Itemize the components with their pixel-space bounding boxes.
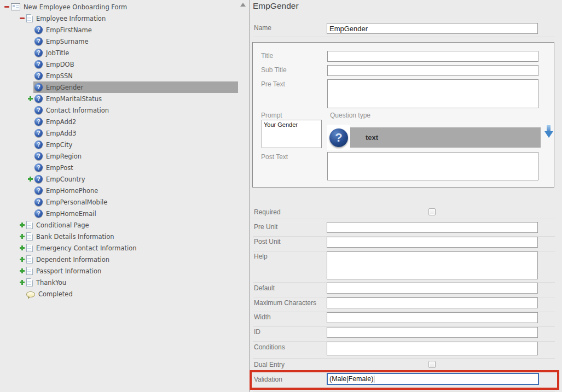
tree-item-content[interactable]: ThankYou xyxy=(25,277,238,288)
tree-item-content[interactable]: ?EmpCountry xyxy=(33,173,238,185)
page-title: EmpGender xyxy=(253,1,299,11)
tree-item-empsurname[interactable]: ?EmpSurname xyxy=(0,36,238,47)
default-label: Default xyxy=(254,284,275,292)
tree-item-passport-information[interactable]: Passport Information xyxy=(0,265,238,277)
tree-item-content[interactable]: Bank Details Information xyxy=(25,231,238,242)
conditions-input[interactable] xyxy=(327,342,538,355)
tree-item-emphomeemail[interactable]: ?EmpHomeEmail xyxy=(0,208,238,219)
tree-item-empgender[interactable]: ?EmpGender xyxy=(0,81,238,93)
tree-item-label: EmpCity xyxy=(46,141,72,149)
tree-item-content[interactable]: ?EmpPost xyxy=(33,162,238,173)
tree-item-content[interactable]: ?EmpSSN xyxy=(33,70,238,81)
tree-item-content[interactable]: ?EmpCity xyxy=(33,139,238,150)
tree-item-content[interactable]: ?EmpMaritalStatus xyxy=(33,93,238,104)
tree-item-thankyou[interactable]: ThankYou xyxy=(0,277,238,288)
prompt-input[interactable]: Your Gender xyxy=(262,120,322,148)
question-type-value-bar[interactable]: text xyxy=(350,127,541,148)
sub-title-input[interactable] xyxy=(327,65,538,76)
required-checkbox[interactable] xyxy=(428,208,436,215)
collapse-minus-icon[interactable] xyxy=(4,4,10,10)
tree-item-empcountry[interactable]: ?EmpCountry xyxy=(0,173,238,185)
tree-item-content[interactable]: ?EmpDOB xyxy=(33,58,238,70)
pre-text-input[interactable] xyxy=(327,79,538,108)
question-type-selector[interactable]: ? xyxy=(327,125,350,150)
tree-item-contact-information[interactable]: ?Contact Information xyxy=(0,104,238,116)
tree-item-emppersonalmobile[interactable]: ?EmpPersonalMobile xyxy=(0,196,238,208)
tree-item-content[interactable]: New Employee Onboarding Form xyxy=(10,1,238,13)
name-input[interactable] xyxy=(327,23,538,34)
tree-item-content[interactable]: ?Contact Information xyxy=(33,104,238,116)
tree-item-bank-details-information[interactable]: Bank Details Information xyxy=(0,231,238,242)
tree-item-empdob[interactable]: ?EmpDOB xyxy=(0,58,238,70)
tree-item-empssn[interactable]: ?EmpSSN xyxy=(0,70,238,81)
width-input[interactable] xyxy=(327,312,538,323)
expand-plus-icon[interactable] xyxy=(19,268,25,274)
pre-unit-input[interactable] xyxy=(327,222,538,233)
tree-item-empfirstname[interactable]: ?EmpFirstName xyxy=(0,24,238,36)
expand-plus-icon[interactable] xyxy=(19,233,25,239)
id-input[interactable] xyxy=(327,327,538,338)
expand-plus-icon[interactable] xyxy=(19,279,25,285)
tree-item-content[interactable]: ?EmpRegion xyxy=(33,150,238,162)
tree-item-content[interactable]: Completed xyxy=(25,288,238,300)
tree-item-emppost[interactable]: ?EmpPost xyxy=(0,162,238,173)
tree-item-conditional-page[interactable]: Conditional Page xyxy=(0,219,238,231)
question-icon: ? xyxy=(34,198,43,206)
post-text-input[interactable] xyxy=(327,152,538,180)
tree-item-emphomephone[interactable]: ?EmpHomePhone xyxy=(0,185,238,196)
tree-item-dependent-information[interactable]: Dependent Information xyxy=(0,254,238,265)
tree-item-empadd2[interactable]: ?EmpAdd2 xyxy=(0,116,238,127)
tree-item-empcity[interactable]: ?EmpCity xyxy=(0,139,238,150)
tree-item-content[interactable]: ?JobTitle xyxy=(33,47,238,58)
title-input[interactable] xyxy=(327,51,538,62)
tree-item-content[interactable]: ?EmpGender xyxy=(33,81,238,93)
help-label: Help xyxy=(254,253,268,260)
tree-item-content[interactable]: Conditional Page xyxy=(25,219,238,231)
tree-item-content[interactable]: Dependent Information xyxy=(25,254,238,265)
name-label: Name xyxy=(254,24,271,32)
expand-plus-icon[interactable] xyxy=(27,96,33,102)
help-input[interactable] xyxy=(327,251,538,279)
tree-item-employee-information[interactable]: Employee Information xyxy=(0,13,238,24)
tree-item-content[interactable]: ?EmpHomeEmail xyxy=(33,208,238,219)
question-icon: ? xyxy=(34,83,43,91)
tree-item-content[interactable]: ?EmpAdd3 xyxy=(33,127,238,139)
expand-plus-icon[interactable] xyxy=(19,222,25,228)
down-arrow-icon[interactable] xyxy=(544,125,553,139)
pre-text-label: Pre Text xyxy=(261,80,285,88)
expand-plus-icon[interactable] xyxy=(19,245,25,251)
tree-item-content[interactable]: ?EmpAdd2 xyxy=(33,116,238,127)
tree-item-empadd3[interactable]: ?EmpAdd3 xyxy=(0,127,238,139)
tree-item-content[interactable]: Employee Information xyxy=(25,13,238,24)
question-icon: ? xyxy=(34,129,43,137)
form-icon xyxy=(11,3,20,10)
tree-item-content[interactable]: ?EmpFirstName xyxy=(33,24,238,36)
expand-plus-icon[interactable] xyxy=(27,176,33,182)
divider xyxy=(253,219,555,219)
expand-plus-icon[interactable] xyxy=(19,256,25,262)
tree-item-empregion[interactable]: ?EmpRegion xyxy=(0,150,238,162)
tree-item-empmaritalstatus[interactable]: ?EmpMaritalStatus xyxy=(0,93,238,104)
dual-entry-checkbox[interactable] xyxy=(428,361,436,368)
scrollbar-up-arrow-icon[interactable] xyxy=(240,3,246,7)
tree-item-label: EmpPost xyxy=(46,164,73,172)
tree-item-content[interactable]: Emergency Contact Information xyxy=(25,242,238,254)
form-structure-panel: New Employee Onboarding FormEmployee Inf… xyxy=(0,0,250,392)
tree-item-label: EmpAdd3 xyxy=(46,130,76,137)
question-icon: ? xyxy=(34,60,43,68)
tree-item-content[interactable]: ?EmpPersonalMobile xyxy=(33,196,238,208)
form-tree: New Employee Onboarding FormEmployee Inf… xyxy=(0,1,238,300)
post-unit-input[interactable] xyxy=(327,237,538,248)
tree-item-content[interactable]: ?EmpSurname xyxy=(33,36,238,47)
collapse-minus-icon[interactable] xyxy=(19,15,25,21)
validation-input[interactable]: (Male|Female) xyxy=(327,373,539,385)
maximum-characters-input[interactable] xyxy=(327,297,538,308)
tree-item-content[interactable]: ?EmpHomePhone xyxy=(33,185,238,196)
tree-item-content[interactable]: Passport Information xyxy=(25,265,238,277)
tree-item-completed[interactable]: Completed xyxy=(0,288,238,300)
tree-item-label: Contact Information xyxy=(46,107,109,114)
tree-item-emergency-contact-information[interactable]: Emergency Contact Information xyxy=(0,242,238,254)
default-input[interactable] xyxy=(327,283,538,294)
tree-item-jobtitle[interactable]: ?JobTitle xyxy=(0,47,238,58)
tree-item-new-employee-onboarding-form[interactable]: New Employee Onboarding Form xyxy=(0,1,238,13)
